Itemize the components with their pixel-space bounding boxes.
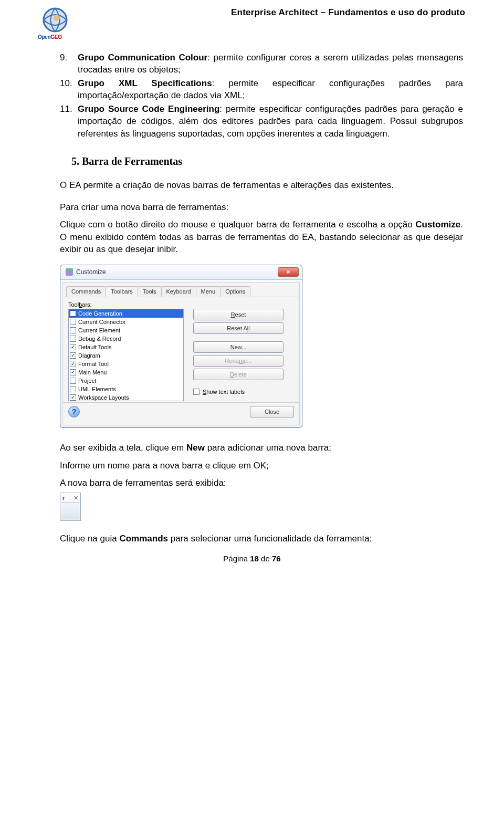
list-item-checkbox[interactable] — [70, 319, 76, 325]
dialog-button-column: Reset Reset All New... Rename... Delete … — [193, 301, 284, 401]
tab-keyboard[interactable]: Keyboard — [161, 286, 196, 297]
paragraph: Informe um nome para a nova barra e cliq… — [60, 459, 463, 472]
list-item-checkbox[interactable]: ✓ — [70, 369, 76, 375]
list-item-label: Current Connector — [78, 319, 126, 325]
list-item[interactable]: ✓Diagram — [69, 351, 183, 360]
list-item-checkbox[interactable] — [70, 336, 76, 342]
page-footer: Página 18 de 76 — [39, 554, 465, 563]
paragraph: A nova barra de ferramentas será exibida… — [60, 477, 463, 489]
paragraph: Para criar uma nova barra de ferramentas… — [60, 201, 463, 213]
page-content: 9. Grupo Communication Colour: permite c… — [39, 51, 465, 545]
list-item-checkbox[interactable] — [70, 386, 76, 392]
close-button[interactable]: Close — [250, 406, 294, 417]
toolbars-listbox[interactable]: Code GenerationCurrent ConnectorCurrent … — [68, 309, 184, 401]
paragraph: Ao ser exibida a tela, clique em New par… — [60, 442, 463, 454]
close-icon: × — [286, 269, 290, 275]
paragraph: Clique na guia Commands para selecionar … — [60, 532, 463, 545]
paragraph: O EA permite a criação de novas barras d… — [60, 179, 463, 191]
tab-options[interactable]: Options — [220, 286, 250, 297]
list-item-checkbox[interactable]: ✓ — [70, 352, 76, 359]
list-item[interactable]: ✓Workspace Layouts — [69, 393, 183, 401]
show-text-labels-row[interactable]: Show text labels — [193, 389, 284, 395]
item-number: 11. — [60, 103, 75, 140]
text: Ao ser exibida a tela, clique em — [60, 443, 186, 453]
dialog-titlebar[interactable]: Customize × — [60, 265, 302, 280]
list-item-label: Project — [78, 378, 96, 384]
dialog-footer: ? Close — [63, 402, 299, 421]
section-title: Barra de Ferramentas — [82, 155, 182, 167]
text: Clique com o botão direito do mouse e qu… — [60, 220, 415, 229]
bold-text: New — [186, 443, 205, 453]
list-item[interactable]: Code Generation — [69, 309, 183, 318]
list-item-checkbox[interactable]: ✓ — [70, 361, 76, 367]
dialog-tabs: Commands Toolbars Tools Keyboard Menu Op… — [63, 283, 299, 297]
mini-toolbar-handle[interactable]: r ✕ — [61, 494, 79, 503]
list-item-label: Current Element — [78, 327, 120, 333]
tab-toolbars[interactable]: Toolbars — [106, 286, 138, 297]
dialog-title: Customize — [76, 268, 278, 276]
list-item-checkbox[interactable]: ✓ — [70, 344, 76, 350]
numbered-list: 9. Grupo Communication Colour: permite c… — [60, 51, 463, 140]
help-icon[interactable]: ? — [68, 406, 80, 417]
list-item-label: Format Tool — [78, 361, 109, 367]
item-title: Grupo Source Code Engineering — [78, 104, 219, 114]
reset-button[interactable]: Reset — [193, 309, 284, 320]
list-item-checkbox[interactable] — [70, 310, 76, 317]
mini-close-icon[interactable]: ✕ — [74, 495, 78, 501]
footer-page-number: 18 — [250, 554, 259, 563]
customize-dialog: Customize × Commands Toolbars Tools Keyb… — [60, 265, 302, 428]
list-item: 10. Grupo XML Specifications: permite es… — [60, 77, 463, 102]
list-item[interactable]: ✓Format Tool — [69, 360, 183, 368]
list-item-label: UML Elements — [78, 386, 116, 392]
list-item: 11. Grupo Source Code Engineering: permi… — [60, 103, 463, 140]
list-item-label: Code Generation — [78, 310, 122, 317]
tab-tools[interactable]: Tools — [138, 286, 162, 297]
list-item[interactable]: Current Element — [69, 326, 183, 335]
document-title: Enterprise Architect – Fundamentos e uso… — [231, 7, 465, 18]
list-item[interactable]: UML Elements — [69, 385, 183, 393]
reset-all-button[interactable]: Reset All — [193, 322, 284, 334]
paragraph: Clique com o botão direito do mouse e qu… — [60, 218, 463, 255]
list-item-label: Main Menu — [78, 369, 107, 375]
footer-mid: de — [259, 554, 272, 563]
item-number: 10. — [60, 77, 75, 102]
mini-toolbar[interactable]: r ✕ — [60, 493, 81, 521]
logo-text-open: Open — [38, 34, 50, 40]
bold-text: Commands — [119, 534, 168, 544]
list-item-label: Diagram — [78, 352, 100, 359]
item-title: Grupo XML Specifications — [78, 78, 212, 88]
list-item-checkbox[interactable] — [70, 327, 76, 333]
footer-pre: Página — [223, 554, 250, 563]
tab-menu[interactable]: Menu — [196, 286, 221, 297]
list-item[interactable]: ✓Main Menu — [69, 368, 183, 377]
page-header: OpenGEO Enterprise Architect – Fundament… — [39, 5, 465, 38]
svg-point-1 — [54, 15, 60, 21]
mini-toolbar-body — [61, 503, 79, 519]
dialog-close-button[interactable]: × — [278, 267, 299, 277]
list-item: 9. Grupo Communication Colour: permite c… — [60, 51, 463, 76]
list-item-label: Workspace Layouts — [78, 394, 129, 401]
delete-button[interactable]: Delete — [193, 369, 284, 380]
list-item-checkbox[interactable] — [70, 378, 76, 384]
list-item[interactable]: Project — [69, 377, 183, 385]
toolbars-label: Toolbars: — [68, 301, 184, 308]
dialog-icon — [66, 268, 73, 276]
show-text-labels-checkbox[interactable] — [193, 389, 200, 395]
item-title: Grupo Communication Colour — [78, 53, 207, 62]
text: para selecionar uma funcionalidade da fe… — [168, 534, 372, 544]
section-heading: 5. Barra de Ferramentas — [71, 155, 463, 168]
section-number: 5. — [71, 155, 79, 167]
logo-text-geo: GEO — [50, 34, 61, 40]
text: Clique na guia — [60, 534, 119, 544]
tab-commands[interactable]: Commands — [66, 286, 106, 297]
list-item[interactable]: Current Connector — [69, 318, 183, 326]
opengeo-logo: OpenGEO — [39, 5, 71, 38]
list-item-label: Default Tools — [78, 344, 111, 350]
rename-button[interactable]: Rename... — [193, 355, 284, 367]
list-item[interactable]: ✓Default Tools — [69, 343, 183, 351]
new-button[interactable]: New... — [193, 341, 284, 353]
list-item-label: Debug & Record — [78, 336, 121, 342]
list-item[interactable]: Debug & Record — [69, 335, 183, 343]
bold-text: Customize — [415, 220, 460, 229]
list-item-checkbox[interactable]: ✓ — [70, 394, 76, 401]
